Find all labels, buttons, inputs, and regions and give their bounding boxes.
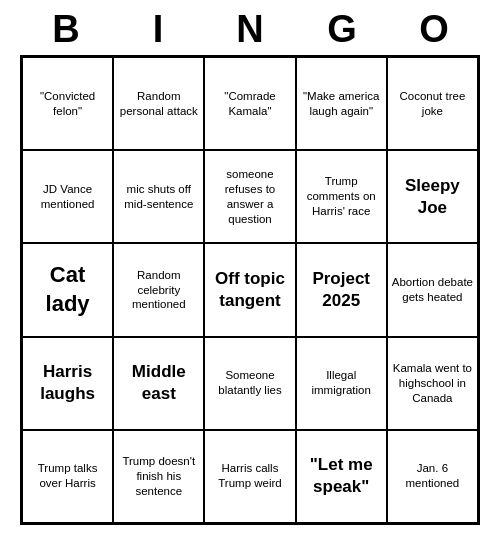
bingo-cell: Kamala went to highschool in Canada <box>387 337 478 430</box>
bingo-cell: "Convicted felon" <box>22 57 113 150</box>
bingo-cell: Off topic tangent <box>204 243 295 336</box>
bingo-cell: Trump comments on Harris' race <box>296 150 387 243</box>
bingo-cell: Illegal immigration <box>296 337 387 430</box>
bingo-cell: "Let me speak" <box>296 430 387 523</box>
bingo-cell: Harris laughs <box>22 337 113 430</box>
bingo-cell: mic shuts off mid-sentence <box>113 150 204 243</box>
bingo-cell: Middle east <box>113 337 204 430</box>
bingo-letter: B <box>30 8 102 51</box>
bingo-cell: JD Vance mentioned <box>22 150 113 243</box>
bingo-grid: "Convicted felon"Random personal attack"… <box>20 55 480 525</box>
bingo-cell: "Comrade Kamala" <box>204 57 295 150</box>
bingo-cell: Harris calls Trump weird <box>204 430 295 523</box>
bingo-cell: Jan. 6 mentioned <box>387 430 478 523</box>
bingo-cell: Cat lady <box>22 243 113 336</box>
bingo-letter: I <box>122 8 194 51</box>
bingo-letter: N <box>214 8 286 51</box>
bingo-cell: Abortion debate gets heated <box>387 243 478 336</box>
bingo-cell: Trump talks over Harris <box>22 430 113 523</box>
bingo-cell: Sleepy Joe <box>387 150 478 243</box>
bingo-cell: someone refuses to answer a question <box>204 150 295 243</box>
bingo-header: BINGO <box>20 0 480 55</box>
bingo-cell: Someone blatantly lies <box>204 337 295 430</box>
bingo-cell: Random personal attack <box>113 57 204 150</box>
bingo-cell: Random celebrity mentioned <box>113 243 204 336</box>
bingo-cell: Coconut tree joke <box>387 57 478 150</box>
bingo-cell: Project 2025 <box>296 243 387 336</box>
bingo-cell: Trump doesn't finish his sentence <box>113 430 204 523</box>
bingo-letter: O <box>398 8 470 51</box>
bingo-letter: G <box>306 8 378 51</box>
bingo-cell: "Make america laugh again" <box>296 57 387 150</box>
